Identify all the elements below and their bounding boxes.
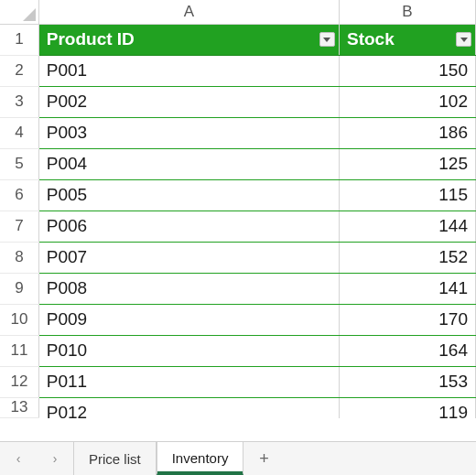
- column-header[interactable]: A: [38, 0, 339, 24]
- cell[interactable]: P005: [38, 179, 339, 211]
- tab-nav-arrows: ‹ ›: [0, 442, 73, 475]
- cell[interactable]: P003: [38, 117, 339, 148]
- cell-value: 115: [438, 185, 468, 204]
- cell-value: P006: [47, 216, 87, 235]
- cell[interactable]: P011: [38, 366, 339, 397]
- cell-value: P001: [47, 60, 87, 80]
- plus-icon: +: [259, 449, 269, 469]
- cell-value: 119: [438, 403, 468, 422]
- cell-value: 152: [438, 247, 468, 266]
- cell-value: P009: [47, 309, 87, 329]
- header-label: Stock: [347, 29, 395, 49]
- cell[interactable]: 141: [339, 273, 475, 304]
- sheet-tab-inventory[interactable]: Inventory: [157, 442, 244, 475]
- row-header[interactable]: 13: [0, 397, 38, 418]
- row-header[interactable]: 8: [0, 242, 38, 273]
- cell[interactable]: P007: [38, 242, 339, 273]
- sheet-tab-bar: ‹ › Price list Inventory +: [0, 441, 476, 475]
- cell-value: 186: [438, 123, 468, 142]
- cell[interactable]: P001: [38, 55, 339, 86]
- tab-nav-next[interactable]: ›: [53, 451, 58, 466]
- row-header[interactable]: 1: [0, 24, 38, 55]
- chevron-down-icon: [460, 38, 468, 42]
- chevron-down-icon: [323, 38, 330, 42]
- row-header[interactable]: 3: [0, 86, 38, 117]
- cell-value: P008: [47, 278, 87, 297]
- cell-value: 153: [438, 372, 468, 391]
- row-header[interactable]: 11: [0, 335, 38, 366]
- cell-value: 150: [438, 60, 468, 80]
- row-header[interactable]: 2: [0, 55, 38, 86]
- table-header-cell[interactable]: Product ID: [38, 24, 339, 55]
- cell[interactable]: P002: [38, 86, 339, 117]
- cell[interactable]: 164: [339, 335, 475, 366]
- cell[interactable]: P009: [38, 304, 339, 335]
- sheet-tab-price-list[interactable]: Price list: [73, 442, 157, 475]
- select-all-cell[interactable]: [0, 0, 38, 24]
- cell[interactable]: P010: [38, 335, 339, 366]
- cell[interactable]: 115: [339, 179, 475, 211]
- cell[interactable]: P006: [38, 211, 339, 242]
- cell[interactable]: P008: [38, 273, 339, 304]
- cell[interactable]: 170: [339, 304, 475, 335]
- cell-value: P005: [47, 185, 87, 204]
- cell[interactable]: 153: [339, 366, 475, 397]
- cell-value: P002: [47, 92, 87, 111]
- cell-value: 164: [438, 340, 468, 360]
- spreadsheet-grid[interactable]: AB1Product IDStock2P0011503P0021024P0031…: [0, 0, 476, 441]
- cell[interactable]: P012: [38, 397, 339, 418]
- row-header[interactable]: 5: [0, 148, 38, 179]
- cell-value: 125: [438, 154, 468, 173]
- cell[interactable]: 152: [339, 242, 475, 273]
- sheet-tab-label: Inventory: [172, 450, 229, 466]
- row-header[interactable]: 7: [0, 211, 38, 242]
- cell-value: P004: [47, 154, 87, 173]
- cell[interactable]: 150: [339, 55, 475, 86]
- filter-button[interactable]: [319, 32, 335, 47]
- row-header[interactable]: 9: [0, 273, 38, 304]
- row-header[interactable]: 6: [0, 179, 38, 211]
- cell[interactable]: 186: [339, 117, 475, 148]
- cell-value: 170: [438, 309, 468, 329]
- cell[interactable]: 125: [339, 148, 475, 179]
- cell-value: P007: [47, 247, 87, 266]
- cell-value: 141: [438, 278, 468, 297]
- cell-value: 102: [438, 92, 468, 111]
- cell[interactable]: 119: [339, 397, 475, 418]
- column-header[interactable]: B: [339, 0, 475, 24]
- add-sheet-button[interactable]: +: [243, 442, 284, 475]
- row-header[interactable]: 4: [0, 117, 38, 148]
- row-header[interactable]: 10: [0, 304, 38, 335]
- cell-value: P010: [47, 340, 87, 360]
- tab-nav-prev[interactable]: ‹: [16, 451, 21, 466]
- header-label: Product ID: [47, 29, 135, 49]
- cell-value: P012: [47, 403, 87, 422]
- cell-value: P003: [47, 123, 87, 142]
- cell-value: P011: [47, 372, 87, 391]
- cell[interactable]: P004: [38, 148, 339, 179]
- filter-button[interactable]: [456, 32, 471, 47]
- cell[interactable]: 144: [339, 211, 475, 242]
- sheet-tab-label: Price list: [89, 451, 141, 467]
- row-header[interactable]: 12: [0, 366, 38, 397]
- cell[interactable]: 102: [339, 86, 475, 117]
- cell-value: 144: [438, 216, 468, 235]
- table-header-cell[interactable]: Stock: [339, 24, 475, 55]
